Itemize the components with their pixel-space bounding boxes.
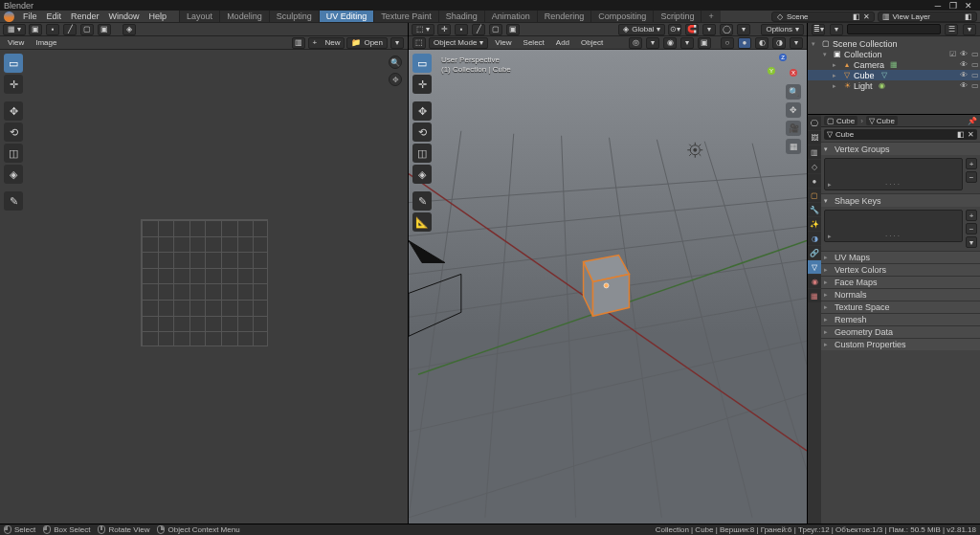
- tab-texture-paint[interactable]: Texture Paint: [373, 11, 438, 22]
- menu-help[interactable]: Help: [145, 11, 172, 21]
- uv-selmode-vertex[interactable]: ▪: [46, 24, 59, 35]
- panel-normals[interactable]: ▸Normals: [821, 288, 980, 301]
- axis-x[interactable]: X: [790, 69, 797, 77]
- uv-menu-view[interactable]: View: [3, 38, 29, 47]
- uv-selmode-island[interactable]: ▣: [98, 24, 111, 35]
- ptab-object[interactable]: ▢: [808, 189, 821, 202]
- uv-tool-annotate[interactable]: ✎: [4, 191, 23, 211]
- tree-light[interactable]: ▸ ☀ Light ◉ 👁 ▭: [808, 80, 980, 91]
- crumb-object[interactable]: ▢ Cube: [824, 116, 858, 125]
- uv-pan-button[interactable]: ✥: [389, 73, 402, 86]
- shading-rendered[interactable]: ◑: [772, 37, 786, 49]
- uv-tool-select-box[interactable]: ▭: [4, 54, 23, 73]
- nav-gizmo[interactable]: Z Y X: [770, 56, 795, 80]
- tool-move[interactable]: ✥: [412, 101, 432, 121]
- outliner-type-button[interactable]: ≣▾: [812, 24, 825, 35]
- header-options-button[interactable]: Options ▾: [761, 24, 804, 35]
- gizmo-toggle[interactable]: ◎: [629, 37, 642, 49]
- outliner-new-collection[interactable]: ▾: [963, 24, 976, 35]
- gizmo-dropdown[interactable]: ▾: [646, 37, 659, 49]
- view3d-selmode-vertex[interactable]: ▪: [455, 24, 468, 35]
- scene-selector[interactable]: ◇ Scene ◧ ✕: [771, 11, 875, 22]
- transform-orientation[interactable]: ◈ Global ▾: [618, 24, 665, 35]
- breadcrumb-pin-icon[interactable]: 📌: [968, 117, 977, 125]
- tab-layout[interactable]: Layout: [179, 11, 219, 22]
- view3d-editor-type-button[interactable]: ⬚ ▾: [412, 24, 434, 35]
- shape-keys-list[interactable]: ▸····: [824, 210, 963, 242]
- tool-cursor[interactable]: ✛: [412, 75, 432, 94]
- uv-editor-type-button[interactable]: ▦ ▾: [3, 24, 26, 35]
- view3d-canvas[interactable]: User Perspective (1) Collection | Cube ▭…: [409, 50, 807, 524]
- panel-remesh[interactable]: ▸Remesh: [821, 313, 980, 325]
- outliner-search-input[interactable]: [847, 24, 941, 34]
- proportional-edit-button[interactable]: ◯: [720, 24, 733, 35]
- scene-new-icon[interactable]: ✕: [863, 12, 870, 21]
- outliner-filter-button[interactable]: ☰: [945, 24, 958, 35]
- ptab-physics[interactable]: ◑: [808, 232, 821, 245]
- panel-geometry-data[interactable]: ▸Geometry Data: [821, 325, 980, 338]
- tree-collection[interactable]: ▾ ▣ Collection ☑ 👁 ▭: [808, 49, 980, 59]
- ptab-data[interactable]: ▽: [808, 260, 821, 274]
- outliner-tree[interactable]: ▾▢ Scene Collection ▾ ▣ Collection ☑ 👁 ▭…: [808, 36, 980, 114]
- tool-annotate[interactable]: ✎: [412, 191, 432, 211]
- mode-icon[interactable]: ⬚: [412, 37, 426, 49]
- nav-ortho[interactable]: ▦: [786, 139, 801, 154]
- uv-menu-image[interactable]: Image: [31, 38, 61, 47]
- mode-selector[interactable]: Object Mode ▾: [429, 37, 488, 49]
- tab-shading[interactable]: Shading: [438, 11, 484, 22]
- tab-sculpting[interactable]: Sculpting: [269, 11, 319, 22]
- tree-scene-collection[interactable]: ▾▢ Scene Collection: [808, 38, 980, 49]
- camera-hide[interactable]: 👁: [959, 60, 969, 69]
- uv-tool-rotate[interactable]: ⟲: [4, 123, 23, 142]
- panel-uv-maps[interactable]: ▸UV Maps: [821, 251, 980, 263]
- view3d-menu-object[interactable]: Object: [576, 38, 608, 47]
- uv-new-button[interactable]: + New: [308, 37, 345, 49]
- view3d-cursor-tool-icon[interactable]: ✛: [437, 24, 451, 35]
- view3d-menu-view[interactable]: View: [490, 38, 516, 47]
- crumb-data[interactable]: ▽ Cube: [866, 116, 898, 125]
- camera-disable[interactable]: ▭: [970, 60, 980, 69]
- nav-pan[interactable]: ✥: [786, 102, 801, 118]
- menu-window[interactable]: Window: [104, 11, 145, 21]
- tool-rotate[interactable]: ⟲: [412, 123, 432, 142]
- tool-transform[interactable]: ◈: [412, 165, 432, 184]
- vertex-groups-list[interactable]: ▸····: [824, 158, 963, 190]
- viewlayer-selector[interactable]: ▥ View Layer ◧: [878, 11, 977, 22]
- xray-toggle[interactable]: ▣: [698, 37, 711, 49]
- uv-sync-button[interactable]: ▣: [29, 24, 42, 35]
- maximize-button[interactable]: ❐: [946, 1, 961, 11]
- proportional-type-button[interactable]: ▾: [737, 24, 750, 35]
- shading-lookdev[interactable]: ◐: [755, 37, 768, 49]
- viewlayer-new-icon[interactable]: ◧: [965, 12, 972, 21]
- scene-browse-icon[interactable]: ◧: [853, 12, 860, 21]
- tool-select-box[interactable]: ▭: [412, 54, 432, 73]
- uv-tool-cursor[interactable]: ✛: [4, 75, 23, 94]
- minimize-button[interactable]: ─: [930, 1, 946, 11]
- ptab-material[interactable]: ◉: [808, 275, 821, 288]
- view3d-selmode-edge[interactable]: ╱: [472, 24, 485, 35]
- view3d-selmode-face[interactable]: ▢: [489, 24, 502, 35]
- ptab-render[interactable]: 🖵: [808, 117, 821, 130]
- view3d-selmode-extra[interactable]: ▣: [506, 24, 520, 35]
- uv-sticky-button[interactable]: ◈: [122, 24, 136, 35]
- panel-head-vertex-groups[interactable]: ▾Vertex Groups: [821, 143, 980, 155]
- tree-cube[interactable]: ▸ ▽ Cube ▽ 👁 ▭: [808, 70, 980, 80]
- tab-uv-editing[interactable]: UV Editing: [319, 11, 374, 22]
- sk-add-button[interactable]: +: [966, 210, 977, 221]
- uv-tool-transform[interactable]: ◈: [4, 165, 23, 184]
- shading-solid[interactable]: ●: [738, 37, 751, 49]
- snap-button[interactable]: 🧲: [685, 24, 699, 35]
- uv-selmode-edge[interactable]: ╱: [63, 24, 77, 35]
- uv-pin-button[interactable]: ▾: [390, 37, 404, 49]
- uv-selmode-face[interactable]: ▢: [80, 24, 94, 35]
- pivot-button[interactable]: ⊙▾: [668, 24, 681, 35]
- sk-remove-button[interactable]: −: [966, 223, 977, 234]
- ptab-particles[interactable]: ✨: [808, 217, 821, 231]
- uv-open-button[interactable]: 📁 Open: [346, 37, 388, 49]
- tool-scale[interactable]: ◫: [412, 144, 432, 163]
- mesh-browse-icon[interactable]: ◧: [957, 130, 965, 139]
- tree-camera[interactable]: ▸ ▴ Camera ▦ 👁 ▭: [808, 59, 980, 70]
- mesh-name-field[interactable]: ▽ Cube ◧ ✕: [824, 129, 977, 140]
- nav-zoom[interactable]: 🔍: [786, 84, 801, 100]
- nav-camera[interactable]: 🎥: [786, 121, 801, 136]
